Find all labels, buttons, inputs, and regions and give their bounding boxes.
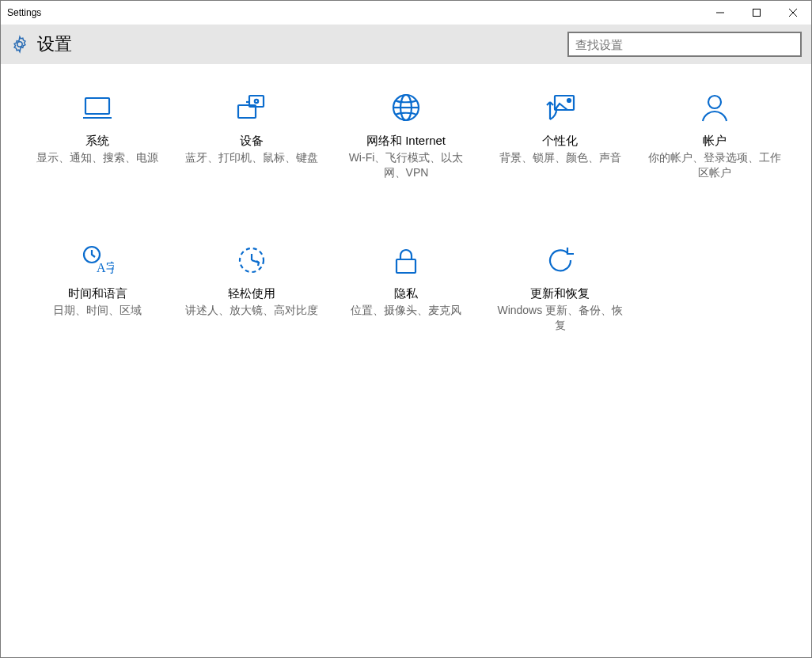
update-icon: [544, 244, 577, 277]
tile-title: 时间和语言: [68, 286, 127, 301]
tile-time-language[interactable]: A字 时间和语言 日期、时间、区域: [25, 244, 171, 333]
svg-point-9: [255, 100, 258, 103]
personalization-icon: [544, 91, 577, 124]
tile-desc: 日期、时间、区域: [53, 303, 142, 318]
tile-desc: 蓝牙、打印机、鼠标、键盘: [185, 150, 318, 165]
maximize-button[interactable]: [738, 1, 775, 25]
close-button[interactable]: [775, 1, 811, 25]
search-box[interactable]: [567, 32, 802, 57]
content: 系统 显示、通知、搜索、电源 设备 蓝牙、打印机、鼠标、键盘: [1, 64, 811, 657]
header: 设置: [1, 25, 811, 64]
system-icon: [81, 91, 114, 124]
tile-desc: Windows 更新、备份、恢复: [493, 303, 628, 333]
tile-desc: Wi-Fi、飞行模式、以太网、VPN: [339, 150, 473, 180]
gear-icon: [10, 35, 29, 54]
tile-update-recovery[interactable]: 更新和恢复 Windows 更新、备份、恢复: [487, 244, 633, 333]
tile-desc: 你的帐户、登录选项、工作区帐户: [647, 150, 782, 180]
tile-devices[interactable]: 设备 蓝牙、打印机、鼠标、键盘: [179, 91, 325, 180]
settings-window: Settings 设置: [0, 0, 812, 658]
tile-desc: 讲述人、放大镜、高对比度: [185, 303, 318, 318]
time-language-icon: A字: [81, 244, 114, 277]
tile-desc: 位置、摄像头、麦克风: [351, 303, 461, 318]
tile-network[interactable]: 网络和 Internet Wi-Fi、飞行模式、以太网、VPN: [333, 91, 480, 180]
window-title: Settings: [7, 7, 702, 18]
tile-title: 网络和 Internet: [366, 134, 446, 149]
svg-point-14: [567, 99, 571, 102]
ease-of-access-icon: [235, 244, 268, 277]
lock-icon: [389, 244, 423, 277]
titlebar: Settings: [1, 1, 811, 25]
minimize-icon: [716, 9, 724, 17]
svg-text:A字: A字: [97, 261, 114, 274]
tile-title: 隐私: [394, 286, 418, 301]
svg-rect-1: [753, 9, 761, 17]
tile-accounts[interactable]: 帐户 你的帐户、登录选项、工作区帐户: [641, 91, 787, 180]
tile-privacy[interactable]: 隐私 位置、摄像头、麦克风: [333, 244, 480, 333]
window-controls: [702, 1, 811, 25]
minimize-button[interactable]: [702, 1, 738, 25]
devices-icon: [235, 91, 268, 124]
svg-point-4: [17, 42, 22, 47]
search-input[interactable]: [575, 38, 794, 51]
globe-icon: [389, 91, 423, 124]
tile-title: 个性化: [542, 134, 578, 149]
maximize-icon: [753, 9, 761, 17]
svg-rect-19: [397, 259, 415, 273]
tiles-grid: 系统 显示、通知、搜索、电源 设备 蓝牙、打印机、鼠标、键盘: [25, 91, 787, 333]
close-icon: [789, 9, 797, 17]
account-icon: [698, 91, 731, 124]
header-left: 设置: [10, 32, 72, 56]
tile-system[interactable]: 系统 显示、通知、搜索、电源: [25, 91, 171, 180]
svg-rect-5: [85, 98, 109, 114]
tile-personalization[interactable]: 个性化 背景、锁屏、颜色、声音: [487, 91, 633, 180]
tile-title: 设备: [240, 134, 264, 149]
tile-desc: 显示、通知、搜索、电源: [36, 150, 158, 165]
tile-title: 帐户: [703, 134, 727, 149]
tile-title: 系统: [85, 134, 109, 149]
svg-point-15: [708, 96, 721, 108]
tile-desc: 背景、锁屏、颜色、声音: [499, 150, 621, 165]
page-title: 设置: [37, 32, 72, 56]
tile-ease-of-access[interactable]: 轻松使用 讲述人、放大镜、高对比度: [179, 244, 325, 333]
tile-title: 轻松使用: [228, 286, 275, 301]
tile-title: 更新和恢复: [530, 286, 590, 301]
